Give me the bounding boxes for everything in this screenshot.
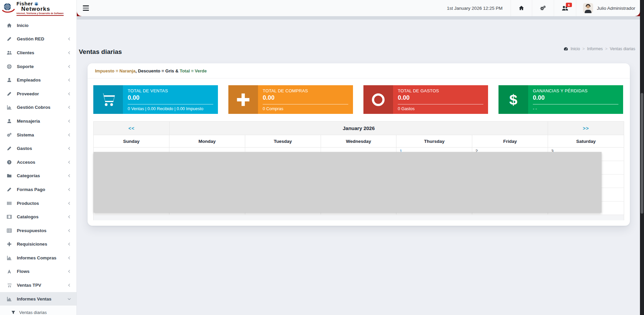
- hamburger-menu-button[interactable]: [77, 0, 95, 16]
- sidebar-item-informes-compras[interactable]: Informes Compras: [0, 251, 76, 265]
- gears-icon: [540, 5, 546, 11]
- sidebar-item-requisiciones[interactable]: Requisiciones: [0, 238, 76, 251]
- sidebar-item-icon: [7, 160, 12, 165]
- sidebar-item-inicio[interactable]: Inicio: [0, 19, 76, 32]
- legend-part-1: ,: [135, 68, 138, 73]
- brand-logo[interactable]: Fisher Networks Internet, Telefonía y De…: [0, 0, 76, 17]
- breadcrumb: Inicio > Informes > Ventas diarias: [564, 46, 635, 51]
- weekday-wednesday: Wednesday: [321, 135, 397, 147]
- stat-title: TOTAL DE VENTAS: [128, 88, 213, 93]
- sidebar-item-icon: [7, 146, 12, 151]
- stat-ganancias-perdidas: GANANCIAS Y PÉRDIDAS 0.00 - -: [498, 85, 623, 114]
- sidebar-item-catalogos[interactable]: Catalogos: [0, 210, 76, 224]
- plus-icon: [235, 92, 251, 107]
- user-menu[interactable]: Julio Administrador: [576, 3, 640, 13]
- navbar: 1st January 2026 12:25 PM 6: [77, 0, 640, 16]
- sidebar-item-icon: [7, 105, 12, 110]
- sidebar-item-gastos[interactable]: Gastos: [0, 141, 76, 155]
- sidebar-item-proveedor[interactable]: Proveedor: [0, 87, 76, 101]
- sidebar-item-label: Flows: [17, 269, 67, 274]
- sidebar-item-label: Inicio: [17, 23, 67, 28]
- sidebar-item-label: Sistema: [17, 132, 67, 137]
- sidebar-item-icon: [7, 132, 12, 137]
- sidebar-item-label: Presupuestos: [17, 228, 67, 233]
- sidebar-item-label: Productos: [17, 201, 67, 206]
- legend-part-3: &: [174, 68, 180, 73]
- calendar-header: << January 2026 >>: [94, 122, 624, 135]
- chevron-left-icon: [67, 37, 71, 41]
- stat-value: 0.00: [128, 94, 213, 101]
- sidebar-item-gestion-cobros[interactable]: Gestión Cobros: [0, 101, 76, 115]
- chevron-left-icon: [67, 133, 71, 137]
- sidebar-item-label: Mensajeria: [17, 119, 67, 124]
- sidebar-item-label: Catalogos: [17, 214, 67, 219]
- sidebar-item-icon: [7, 201, 12, 206]
- sidebar-item-accesos[interactable]: Accesos: [0, 155, 76, 169]
- sidebar-item-clientes[interactable]: Clientes: [0, 46, 76, 60]
- sidebar-item-icon: [7, 64, 12, 69]
- sidebar-subitem-label: Ventas diarias: [19, 310, 47, 315]
- sidebar-item-informes-ventas[interactable]: Informes Ventas: [0, 292, 76, 306]
- brand-tagline: Internet, Telefonía y Desarrollo de Soft…: [17, 12, 64, 15]
- notification-badge: 6: [566, 3, 572, 7]
- users-notifications-button[interactable]: 6: [554, 0, 576, 16]
- sidebar-item-icon: [7, 173, 12, 178]
- stat-title: TOTAL DE GASTOS: [398, 88, 483, 93]
- breadcrumb-inicio[interactable]: Inicio: [571, 46, 580, 51]
- chevron-left-icon: [67, 256, 71, 260]
- calendar-prev-button[interactable]: <<: [94, 122, 170, 135]
- sidebar-item-soporte[interactable]: Soporte: [0, 60, 76, 73]
- sidebar-item-icon: [7, 91, 12, 96]
- sidebar-item-label: Soporte: [17, 64, 67, 69]
- stat-title: TOTAL DE COMPRAS: [263, 88, 348, 93]
- sidebar-item-ventas-tpv[interactable]: Ventas TPV: [0, 278, 76, 292]
- sidebar-item-icon: [7, 214, 12, 219]
- sidebar-menu: Inicio Gestión RED Clientes Soporte: [0, 17, 76, 306]
- vertical-scrollbar-thumb[interactable]: [641, 93, 643, 214]
- stat-total-compras: TOTAL DE COMPRAS 0.00 0 Compras: [228, 85, 353, 114]
- chevron-left-icon: [67, 215, 71, 219]
- navbar-shadow-strip: [77, 16, 640, 20]
- calendar-next-button[interactable]: >>: [548, 122, 624, 135]
- globe-logo-icon: [2, 2, 15, 14]
- datetime-label: 1st January 2026 12:25 PM: [439, 6, 511, 11]
- weekday-monday: Monday: [169, 135, 245, 147]
- sidebar-item-categorias[interactable]: Categorías: [0, 169, 76, 183]
- stat-cards-row: TOTAL DE VENTAS 0.00 0 Ventas | 0.00 Rec…: [88, 78, 630, 114]
- sidebar-item-icon: [7, 228, 12, 233]
- stat-total-ventas: TOTAL DE VENTAS 0.00 0 Ventas | 0.00 Rec…: [93, 85, 218, 114]
- sidebar-item-presupuestos[interactable]: Presupuestos: [0, 224, 76, 238]
- sidebar-item-label: Gestión RED: [17, 36, 67, 41]
- settings-button[interactable]: [532, 0, 554, 16]
- breadcrumb-informes[interactable]: Informes: [587, 46, 603, 51]
- sidebar-subitem-ventas-diarias[interactable]: Ventas diarias: [0, 306, 76, 315]
- chevron-left-icon: [67, 270, 71, 273]
- navbar-wrap: 1st January 2026 12:25 PM 6: [77, 0, 640, 16]
- home-button[interactable]: [511, 0, 532, 16]
- breadcrumb-ventas-diarias[interactable]: Ventas diarias: [610, 46, 635, 51]
- main-content: Ventas diarias Inicio > Informes > Venta…: [77, 20, 640, 315]
- stat-footer: 0 Ventas | 0.00 Recibido | 0.00 Impuesto: [128, 104, 213, 114]
- stat-value: 0.00: [533, 94, 618, 101]
- sidebar-item-empleados[interactable]: Empleados: [0, 73, 76, 87]
- sidebar-item-icon: [7, 50, 12, 55]
- chevron-left-icon: [67, 242, 71, 246]
- sidebar-item-flows[interactable]: Flows: [0, 265, 76, 279]
- sidebar-item-label: Accesos: [17, 160, 67, 165]
- calendar: << January 2026 >> SundayMondayTuesdayWe…: [93, 121, 624, 220]
- brand-name-line2: Networks: [21, 6, 64, 12]
- sidebar-item-gestion-red[interactable]: Gestión RED: [0, 32, 76, 46]
- sidebar-item-mensajeria[interactable]: Mensajeria: [0, 114, 76, 128]
- sidebar-item-sistema[interactable]: Sistema: [0, 128, 76, 142]
- calendar-month-title: January 2026: [170, 122, 548, 135]
- chevron-left-icon: [67, 201, 71, 205]
- sidebar-item-label: Informes Compras: [17, 255, 67, 260]
- vertical-scrollbar-track[interactable]: [640, 0, 644, 315]
- sidebar-item-formas-pago[interactable]: Formas Pago: [0, 183, 76, 196]
- calendar-footer: [94, 215, 624, 220]
- sidebar-item-icon: [7, 36, 12, 41]
- legend-part-2: Descuento = Gris: [138, 68, 174, 73]
- sidebar-item-productos[interactable]: Productos: [0, 196, 76, 210]
- sidebar-item-label: Ventas TPV: [17, 283, 67, 288]
- stat-value: 0.00: [263, 94, 348, 101]
